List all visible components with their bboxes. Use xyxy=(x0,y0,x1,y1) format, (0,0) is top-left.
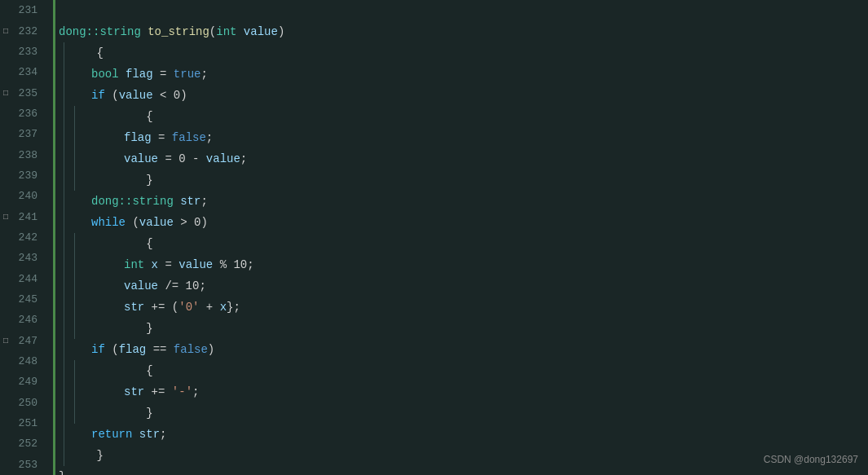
token-param: str xyxy=(139,424,160,445)
scope-vline xyxy=(64,381,64,402)
token-punc: ) xyxy=(278,21,284,42)
token-plain: + xyxy=(199,297,219,318)
line-number-243: 243 xyxy=(11,252,42,264)
token-kw-bool: true xyxy=(174,64,201,85)
line-gutter: 231□232233234□235236237238239240□2412422… xyxy=(0,0,53,475)
code-line-243: int x = value % 10; xyxy=(59,254,868,275)
line-meta-239: 239 xyxy=(0,165,53,186)
token-punc: } xyxy=(69,445,104,466)
line-number-251: 251 xyxy=(11,417,42,429)
token-plain: = 0 - xyxy=(158,148,206,169)
line-number-238: 238 xyxy=(11,149,42,161)
line-meta-250: 250 xyxy=(0,393,53,413)
code-line-249: str += '-'; xyxy=(59,381,868,402)
fold-btn-240 xyxy=(0,191,11,202)
scope-vline xyxy=(74,127,75,148)
scope-vline xyxy=(64,85,64,106)
token-plain: ( xyxy=(105,339,119,360)
fold-btn-233 xyxy=(0,46,11,57)
token-param: value xyxy=(124,275,158,297)
scope-vline xyxy=(74,254,75,275)
fold-btn-241[interactable]: □ xyxy=(0,211,11,222)
token-punc: ) xyxy=(208,339,214,360)
line-number-244: 244 xyxy=(11,273,42,285)
fold-btn-250 xyxy=(0,397,11,408)
fold-btn-252 xyxy=(0,438,11,450)
code-line-232: dong::string to_string(int value) xyxy=(59,21,868,42)
fold-btn-243 xyxy=(0,253,11,264)
token-punc: } xyxy=(91,318,153,339)
line-number-246: 246 xyxy=(11,314,42,326)
token-punc: } xyxy=(91,169,153,191)
token-punc: ; xyxy=(206,127,213,148)
fold-btn-253 xyxy=(0,459,11,470)
line-meta-252: 252 xyxy=(0,433,53,454)
scope-vline xyxy=(64,42,64,64)
line-number-242: 242 xyxy=(11,231,42,244)
token-punc: ; xyxy=(200,191,207,212)
code-line-253: } xyxy=(59,466,868,475)
line-meta-241: □241 xyxy=(0,206,53,227)
token-kw-type: dong::string xyxy=(91,191,180,212)
line-meta-235: □235 xyxy=(0,82,53,103)
scope-vline xyxy=(74,275,75,297)
scope-vline xyxy=(74,233,75,254)
scope-vline xyxy=(64,318,64,339)
code-line-238: value = 0 - value; xyxy=(59,148,868,169)
token-plain: += ( xyxy=(144,297,178,318)
token-param: value xyxy=(206,148,240,169)
line-meta-253: 253 xyxy=(0,455,53,475)
token-param: x xyxy=(152,254,158,275)
line-meta-242: 242 xyxy=(0,227,53,248)
code-line-231 xyxy=(59,0,868,21)
scope-vline xyxy=(64,402,64,424)
code-editor: 231□232233234□235236237238239240□2412422… xyxy=(0,0,868,475)
code-line-250: } xyxy=(59,402,868,424)
fold-btn-251 xyxy=(0,418,11,429)
token-plain: % 10; xyxy=(213,254,253,275)
line-meta-244: 244 xyxy=(0,268,53,288)
scope-vline xyxy=(74,402,75,424)
token-plain: = xyxy=(158,254,178,275)
line-number-252: 252 xyxy=(11,438,42,450)
scope-vline xyxy=(74,297,75,318)
line-meta-232: □232 xyxy=(0,20,53,41)
token-punc: { xyxy=(69,42,104,64)
line-meta-231: 231 xyxy=(0,0,53,20)
line-meta-237: 237 xyxy=(0,124,53,144)
token-kw-ctrl: if xyxy=(91,85,105,106)
fold-btn-249 xyxy=(0,376,11,388)
line-meta-243: 243 xyxy=(0,248,53,268)
token-plain: ( xyxy=(105,85,119,106)
fold-btn-232[interactable]: □ xyxy=(0,25,11,37)
fold-btn-235[interactable]: □ xyxy=(0,87,11,99)
line-number-236: 236 xyxy=(11,108,42,120)
fold-btn-239 xyxy=(0,169,11,181)
token-kw-type: bool xyxy=(91,64,126,85)
token-param: flag xyxy=(124,127,152,148)
token-plain xyxy=(132,424,139,445)
token-plain: = xyxy=(152,127,172,148)
token-plain: = xyxy=(153,64,174,85)
code-line-235: if (value < 0) xyxy=(59,85,868,106)
code-line-234: bool flag = true; xyxy=(59,64,868,85)
token-param: x xyxy=(220,297,227,318)
token-param: flag xyxy=(126,64,153,85)
line-number-233: 233 xyxy=(11,46,42,58)
fold-btn-247[interactable]: □ xyxy=(0,335,11,346)
token-char: '0' xyxy=(178,297,199,318)
scope-vline xyxy=(74,360,75,381)
code-line-252: } xyxy=(59,445,868,466)
scope-vline xyxy=(64,424,64,445)
token-kw-type: int xyxy=(124,254,152,275)
scope-vline xyxy=(64,106,64,127)
token-kw-bool: false xyxy=(172,127,206,148)
scope-vline xyxy=(64,148,64,169)
code-line-239: } xyxy=(59,169,868,191)
token-punc: { xyxy=(91,360,153,381)
line-meta-238: 238 xyxy=(0,144,53,165)
code-line-251: return str; xyxy=(59,424,868,445)
scope-vline xyxy=(64,445,64,466)
token-param: str xyxy=(180,191,200,212)
scope-vline xyxy=(74,106,75,127)
